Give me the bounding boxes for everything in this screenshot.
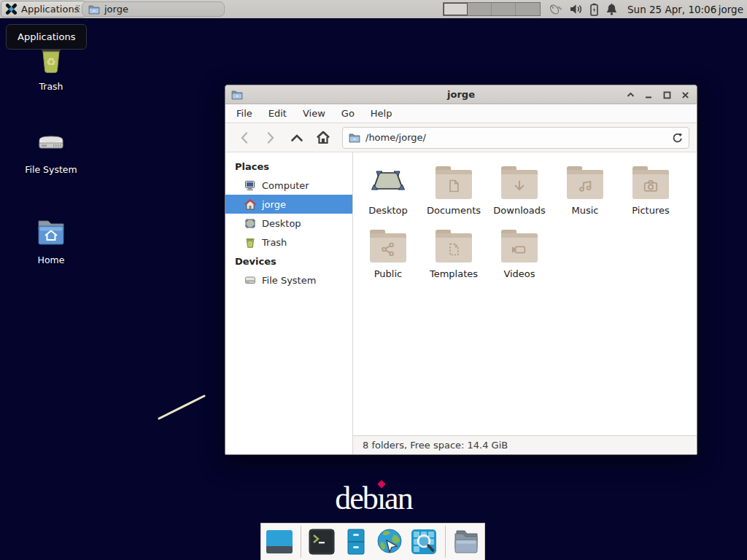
- file-list: Desktop Documents: [353, 152, 697, 435]
- bottom-dock: [260, 523, 485, 560]
- panel-handle[interactable]: [76, 4, 80, 14]
- desktop-icon-label: File System: [25, 164, 77, 175]
- desktop-icon-label: Home: [38, 254, 65, 265]
- toolbar: /home/jorge/: [225, 123, 697, 152]
- pictures-folder-icon: [632, 170, 669, 199]
- web-browser-launcher[interactable]: [375, 526, 406, 557]
- home-folder-icon: [33, 214, 69, 249]
- shade-button[interactable]: [626, 90, 635, 99]
- clock[interactable]: Sun 25 Apr, 10:06: [627, 0, 716, 18]
- applications-menu-button[interactable]: Applications: [1, 1, 86, 18]
- desktop-special-icon: [370, 164, 406, 199]
- hard-drive-icon: [33, 124, 69, 159]
- taskbar-window-button[interactable]: jorge: [82, 1, 225, 17]
- home-icon: [244, 199, 256, 210]
- folder-item-desktop[interactable]: Desktop: [355, 164, 421, 216]
- status-text: 8 folders, Free space: 14.4 GiB: [363, 440, 508, 451]
- debian-wordmark: debıan: [286, 480, 461, 517]
- folder-label: Desktop: [368, 205, 408, 216]
- maximize-button[interactable]: [662, 90, 671, 99]
- sidebar-item-jorge[interactable]: jorge: [225, 195, 352, 214]
- folder-icon: [88, 4, 100, 15]
- sidebar: Places Computer jo: [225, 152, 353, 454]
- terminal-launcher[interactable]: [307, 526, 338, 557]
- drive-icon: [244, 275, 256, 285]
- home-button[interactable]: [311, 128, 335, 148]
- show-desktop-button[interactable]: [264, 526, 295, 557]
- dock-separator: [445, 526, 446, 558]
- location-path[interactable]: /home/jorge/: [365, 132, 667, 143]
- up-button[interactable]: [285, 128, 309, 148]
- public-folder-icon: [370, 233, 406, 262]
- top-panel: Applications jorge: [0, 0, 747, 18]
- sidebar-item-file-system[interactable]: File System: [225, 271, 352, 289]
- folder-item-music[interactable]: Music: [552, 164, 618, 216]
- documents-folder-icon: [436, 170, 472, 199]
- sidebar-item-label: Trash: [262, 237, 287, 248]
- back-button[interactable]: [233, 128, 256, 148]
- volume-icon[interactable]: [569, 3, 583, 15]
- desktop-icon-file-system[interactable]: File System: [11, 124, 91, 175]
- svg-text:♻: ♻: [46, 55, 55, 69]
- reload-icon[interactable]: [672, 132, 683, 144]
- menubar: File Edit View Go Help: [225, 104, 697, 123]
- desktop-icon-label: Trash: [39, 81, 63, 92]
- menu-help[interactable]: Help: [363, 104, 400, 122]
- folder-item-downloads[interactable]: Downloads: [487, 164, 552, 216]
- workspace-2[interactable]: [468, 3, 492, 15]
- taskbar-window-label: jorge: [104, 4, 128, 15]
- folder-label: Videos: [503, 268, 535, 279]
- location-bar[interactable]: /home/jorge/: [342, 127, 689, 149]
- application-finder-launcher[interactable]: [409, 526, 439, 557]
- desktop-icon-home[interactable]: Home: [11, 214, 91, 265]
- workspace-1[interactable]: [444, 3, 468, 15]
- statusbar: 8 folders, Free space: 14.4 GiB: [353, 435, 697, 454]
- folder-label: Documents: [427, 205, 481, 216]
- applications-tooltip: Applications: [6, 24, 87, 50]
- workspace-3[interactable]: [492, 3, 516, 15]
- file-manager-window: jorge File Edit View Go Help: [225, 85, 697, 455]
- computer-icon: [244, 180, 256, 191]
- folder-label: Pictures: [632, 205, 669, 216]
- menu-view[interactable]: View: [295, 104, 333, 122]
- folder-label: Public: [374, 268, 402, 279]
- workspace-switcher[interactable]: [443, 2, 541, 16]
- menu-file[interactable]: File: [228, 104, 260, 122]
- minimize-button[interactable]: [644, 90, 653, 99]
- folder-item-pictures[interactable]: Pictures: [618, 164, 684, 216]
- folder-item-public[interactable]: Public: [355, 228, 421, 279]
- applications-menu-label: Applications: [21, 4, 79, 15]
- window-titlebar[interactable]: jorge: [225, 85, 697, 104]
- desktop-icon: [244, 218, 256, 229]
- trash-icon: [244, 237, 256, 248]
- battery-charging-icon[interactable]: [589, 3, 599, 16]
- workspace-4[interactable]: [516, 3, 540, 15]
- mouse-icon[interactable]: [547, 2, 562, 16]
- music-folder-icon: [567, 170, 603, 199]
- sidebar-item-trash[interactable]: Trash: [225, 233, 352, 252]
- menu-go[interactable]: Go: [333, 104, 363, 122]
- file-cabinet-launcher[interactable]: [341, 526, 371, 557]
- close-button[interactable]: [681, 90, 689, 99]
- notifications-bell-icon[interactable]: [605, 3, 618, 16]
- folder-label: Music: [572, 205, 599, 216]
- forward-button[interactable]: [259, 128, 282, 148]
- folder-item-videos[interactable]: Videos: [487, 228, 552, 279]
- menu-edit[interactable]: Edit: [260, 104, 295, 122]
- devices-header: Devices: [225, 252, 352, 271]
- folder-item-documents[interactable]: Documents: [421, 164, 487, 216]
- folder-item-templates[interactable]: Templates: [421, 228, 487, 279]
- sidebar-item-computer[interactable]: Computer: [225, 176, 352, 195]
- directory-menu-launcher[interactable]: [451, 526, 481, 557]
- sidebar-item-desktop[interactable]: Desktop: [225, 214, 352, 233]
- folder-label: Downloads: [493, 205, 545, 216]
- system-tray: [547, 0, 618, 18]
- sidebar-item-label: File System: [262, 275, 316, 286]
- sidebar-item-label: jorge: [262, 199, 286, 210]
- templates-folder-icon: [436, 233, 472, 262]
- location-folder-icon: [349, 133, 360, 143]
- folder-label: Templates: [430, 268, 478, 279]
- videos-folder-icon: [501, 233, 538, 262]
- panel-username[interactable]: jorge: [719, 0, 743, 18]
- downloads-folder-icon: [501, 170, 538, 199]
